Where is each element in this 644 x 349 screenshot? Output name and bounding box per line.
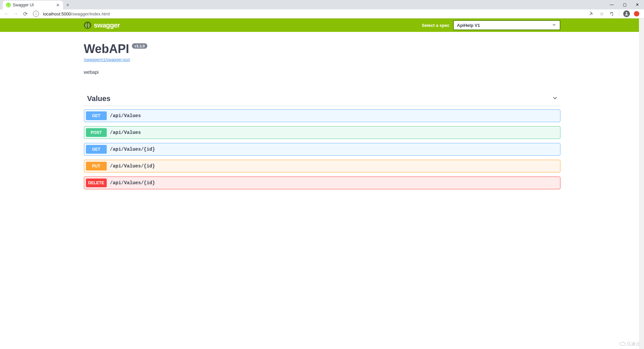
tab-strip: { } Swagger UI ✕ + — ▢ ✕ bbox=[0, 0, 644, 9]
close-icon[interactable]: ✕ bbox=[56, 3, 60, 8]
operation-get[interactable]: GET/api/Values/{id} bbox=[84, 143, 560, 156]
spec-dropdown[interactable]: ApiHelp V1 bbox=[453, 20, 560, 30]
method-badge: GET bbox=[86, 111, 107, 120]
api-title-row: WebAPI v1.1.0 bbox=[84, 42, 148, 56]
star-icon[interactable]: ☆ bbox=[599, 11, 605, 17]
svg-point-0 bbox=[626, 12, 628, 14]
version-badge: v1.1.0 bbox=[132, 43, 148, 49]
maximize-icon[interactable]: ▢ bbox=[620, 1, 629, 8]
forward-button[interactable]: → bbox=[12, 10, 19, 17]
operation-path: /api/Values bbox=[107, 113, 141, 118]
operation-path: /api/Values/{id} bbox=[107, 147, 155, 152]
extension-icon[interactable] bbox=[634, 11, 639, 16]
api-info: WebAPI v1.1.0 /swagger/v1/swagger.json w… bbox=[84, 32, 560, 82]
url-path: /swagger/index.html bbox=[71, 11, 110, 16]
minimize-icon[interactable]: — bbox=[607, 1, 616, 8]
evernote-icon[interactable] bbox=[609, 11, 615, 17]
browser-tab[interactable]: { } Swagger UI ✕ bbox=[3, 1, 63, 9]
tab-title: Swagger UI bbox=[13, 3, 54, 7]
operation-put[interactable]: PUT/api/Values/{id} bbox=[84, 160, 560, 172]
browser-toolbar: ← → ⟳ i localhost:5000/swagger/index.htm… bbox=[0, 9, 644, 18]
swagger-favicon-icon: { } bbox=[6, 3, 11, 7]
swagger-logo-text: swagger bbox=[94, 21, 120, 29]
chevron-down-icon bbox=[552, 95, 558, 103]
method-badge: GET bbox=[86, 145, 107, 154]
operation-path: /api/Values/{id} bbox=[107, 163, 155, 169]
api-title: WebAPI bbox=[84, 42, 129, 56]
toolbar-right: ☆ bbox=[589, 10, 639, 17]
tag-header[interactable]: Values bbox=[84, 92, 560, 106]
chevron-down-icon bbox=[552, 22, 556, 28]
back-button[interactable]: ← bbox=[3, 10, 10, 17]
operation-post[interactable]: POST/api/Values bbox=[84, 126, 560, 139]
method-badge: POST bbox=[86, 128, 107, 137]
reload-button[interactable]: ⟳ bbox=[21, 10, 29, 17]
operation-delete[interactable]: DELETE/api/Values/{id} bbox=[84, 177, 560, 189]
swagger-logo[interactable]: {·} swagger bbox=[84, 21, 120, 29]
profile-icon[interactable] bbox=[623, 10, 630, 17]
api-description: webapi bbox=[84, 69, 560, 75]
spec-selector: Select a spec ApiHelp V1 bbox=[422, 20, 560, 30]
operations-list: GET/api/ValuesPOST/api/ValuesGET/api/Val… bbox=[84, 106, 560, 189]
translate-icon[interactable] bbox=[589, 11, 595, 17]
swagger-logo-icon: {·} bbox=[84, 21, 91, 29]
close-window-icon[interactable]: ✕ bbox=[633, 1, 642, 8]
site-info-icon[interactable]: i bbox=[33, 11, 39, 17]
scrollbar[interactable] bbox=[639, 18, 644, 193]
toolbar-separator bbox=[619, 11, 619, 17]
operation-path: /api/Values bbox=[107, 130, 141, 135]
method-badge: PUT bbox=[86, 162, 107, 170]
swagger-topbar: {·} swagger Select a spec ApiHelp V1 bbox=[0, 18, 644, 32]
new-tab-button[interactable]: + bbox=[63, 1, 72, 9]
tag-name: Values bbox=[87, 94, 111, 103]
operation-get[interactable]: GET/api/Values bbox=[84, 109, 560, 122]
tag-section: Values GET/api/ValuesPOST/api/ValuesGET/… bbox=[84, 92, 560, 189]
browser-chrome: { } Swagger UI ✕ + — ▢ ✕ ← → ⟳ i localho… bbox=[0, 0, 644, 18]
swagger-main: WebAPI v1.1.0 /swagger/v1/swagger.json w… bbox=[77, 32, 567, 189]
operation-path: /api/Values/{id} bbox=[107, 180, 155, 186]
spec-label: Select a spec bbox=[422, 23, 449, 28]
spec-json-link[interactable]: /swagger/v1/swagger.json bbox=[84, 57, 560, 62]
address-bar[interactable]: localhost:5000/swagger/index.html bbox=[41, 11, 587, 16]
spec-selected: ApiHelp V1 bbox=[457, 23, 480, 28]
method-badge: DELETE bbox=[86, 179, 107, 187]
window-controls: — ▢ ✕ bbox=[607, 0, 642, 9]
url-host: localhost:5000 bbox=[43, 11, 71, 16]
